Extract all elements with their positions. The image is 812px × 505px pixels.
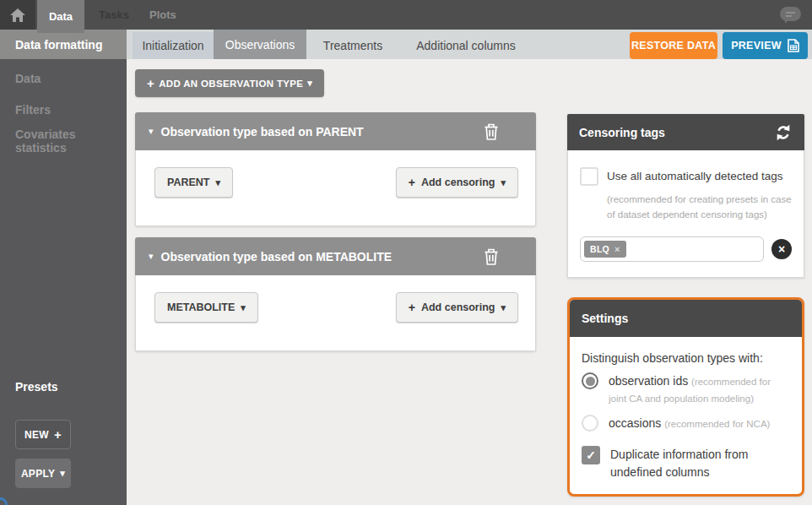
feedback-bubble-icon[interactable] (779, 6, 802, 28)
settings-header: Settings (570, 300, 802, 337)
censoring-tags-panel: Censoring tags Use all automatically det… (567, 114, 804, 278)
tag-chip-label: BLQ (590, 244, 609, 254)
use-all-tags-hint: (recommended for creating presets in cas… (607, 192, 799, 223)
settings-body: Distinguish observation types with: obse… (570, 337, 802, 481)
tab-additional-columns[interactable]: Additional columns (402, 32, 530, 59)
home-button[interactable] (0, 0, 35, 30)
observation-panel-metabolite: ▾ Observation type based on METABOLITE M… (135, 237, 536, 351)
observation-type-dropdown[interactable]: PARENT ▾ (154, 167, 233, 198)
plus-icon: + (409, 176, 415, 189)
duplicate-info-checkbox[interactable]: ✓ (582, 446, 600, 464)
data-formatting-tabbar: Initialization Observations Treatments A… (127, 30, 812, 59)
radio-occasions[interactable] (582, 415, 598, 432)
sidebar-item-data[interactable]: Data (0, 62, 127, 94)
observation-panel-header: ▾ Observation type based on METABOLITE (135, 237, 536, 275)
observation-panel-title: Observation type based on PARENT (161, 125, 364, 138)
tab-observations[interactable]: Observations (214, 30, 306, 59)
collapse-caret-icon[interactable]: ▾ (149, 127, 154, 136)
chevron-down-icon: ▾ (241, 303, 246, 312)
sidebar-item-covariates-statistics[interactable]: Covariates statistics (0, 125, 127, 156)
observation-panel-parent: ▾ Observation type based on PARENT PAREN… (135, 112, 536, 226)
nav-tab-plots[interactable]: Plots (135, 0, 191, 30)
option-label: occasions (609, 416, 661, 430)
restore-data-button[interactable]: RESTORE DATA (630, 32, 717, 59)
nav-tab-data[interactable]: Data (37, 0, 84, 33)
use-all-tags-label: Use all automatically detected tags (607, 167, 783, 182)
settings-panel: Settings Distinguish observation types w… (567, 297, 804, 497)
observation-type-label: PARENT (167, 176, 209, 188)
preview-button[interactable]: PREVIEW (723, 32, 808, 59)
delete-observation-icon[interactable] (484, 248, 499, 265)
main-area: Initialization Observations Treatments A… (127, 30, 812, 505)
sidebar-item-filters[interactable]: Filters (0, 94, 127, 125)
tag-chip-blq: BLQ × (584, 241, 626, 258)
observation-panel-body: PARENT ▾ + Add censoring ▾ (135, 150, 536, 226)
settings-title: Settings (582, 312, 628, 325)
refresh-icon[interactable] (774, 123, 793, 142)
radio-observation-ids[interactable] (582, 372, 598, 389)
preset-apply-label: APPLY (21, 468, 55, 480)
observation-panel-title: Observation type based on METABOLITE (161, 250, 392, 263)
collapse-caret-icon[interactable]: ▾ (149, 252, 154, 261)
presets-section: Presets NEW + APPLY ▾ (15, 380, 71, 488)
chevron-down-icon: ▾ (501, 178, 506, 187)
chevron-down-icon: ▾ (307, 79, 312, 88)
add-censoring-dropdown[interactable]: + Add censoring ▾ (396, 167, 518, 198)
tab-treatments[interactable]: Treatments (311, 32, 395, 59)
add-censoring-dropdown[interactable]: + Add censoring ▾ (396, 292, 518, 323)
censoring-tags-header: Censoring tags (567, 114, 804, 150)
radio-observation-ids-label: observation ids (recommended for joint C… (609, 372, 784, 407)
distinguish-question-label: Distinguish observation types with: (582, 351, 790, 365)
observation-type-dropdown[interactable]: METABOLITE ▾ (154, 292, 258, 323)
add-observation-type-button[interactable]: + ADD AN OBSERVATION TYPE ▾ (135, 69, 324, 97)
sidebar-item-data-formatting[interactable]: Data formatting (0, 30, 127, 59)
clear-tags-button[interactable]: × (771, 239, 792, 259)
top-navbar: Data Tasks Plots (0, 0, 812, 30)
plus-icon: + (147, 76, 154, 90)
preset-apply-button[interactable]: APPLY ▾ (15, 459, 71, 488)
preview-label: PREVIEW (731, 40, 782, 52)
home-icon (9, 8, 26, 23)
censoring-tags-body: Use all automatically detected tags (rec… (567, 150, 804, 278)
add-censoring-label: Add censoring (421, 301, 495, 313)
observation-panel-header: ▾ Observation type based on PARENT (135, 112, 536, 150)
chevron-down-icon: ▾ (501, 303, 506, 312)
radio-occasions-label: occasions (recommended for NCA) (609, 415, 784, 432)
left-sidebar: Data formatting Data Filters Covariates … (0, 30, 127, 505)
tab-initialization[interactable]: Initialization (133, 32, 214, 59)
radio-dot (586, 377, 595, 386)
add-censoring-label: Add censoring (421, 176, 495, 188)
observation-type-label: METABOLITE (167, 301, 235, 313)
preset-new-label: NEW (24, 429, 49, 441)
remove-tag-icon[interactable]: × (614, 244, 620, 254)
option-label: observation ids (609, 374, 688, 388)
help-button-partial[interactable] (0, 497, 8, 505)
censoring-tags-input[interactable]: BLQ × (580, 236, 764, 262)
preset-new-button[interactable]: NEW + (15, 420, 71, 449)
delete-observation-icon[interactable] (484, 123, 499, 140)
use-all-tags-checkbox[interactable] (580, 167, 598, 186)
add-observation-type-label: ADD AN OBSERVATION TYPE (159, 79, 303, 89)
censoring-tags-title: Censoring tags (579, 126, 665, 139)
preview-file-icon (788, 39, 799, 52)
observation-panel-body: METABOLITE ▾ + Add censoring ▾ (135, 275, 536, 351)
duplicate-info-label: Duplicate information from undefined col… (610, 446, 784, 481)
plus-icon: + (54, 427, 62, 442)
presets-title: Presets (15, 380, 71, 394)
chevron-down-icon: ▾ (215, 178, 220, 187)
plus-icon: + (409, 301, 415, 314)
chevron-down-icon: ▾ (60, 469, 65, 478)
option-hint: (recommended for NCA) (664, 419, 770, 429)
